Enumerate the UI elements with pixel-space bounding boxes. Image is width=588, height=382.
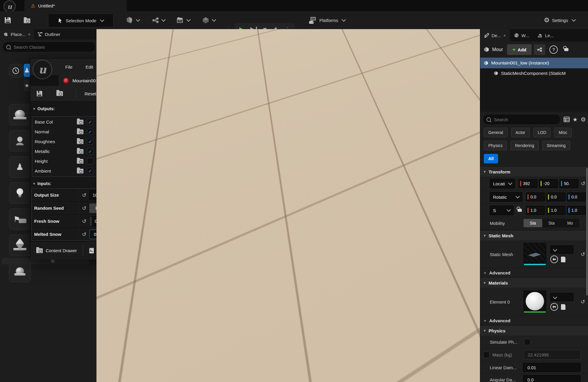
rotation-x-field[interactable]: 0.0 [526, 192, 545, 201]
cinematics-dropdown[interactable] [176, 14, 190, 27]
browse-output-icon[interactable] [77, 139, 83, 144]
edit-blueprint-button[interactable] [534, 44, 545, 55]
mobility-option-0[interactable]: Sta [524, 219, 542, 227]
filter-chip-actor[interactable]: Actor [511, 128, 530, 137]
category-gameplay-flag[interactable]: ⚑ [9, 209, 31, 230]
location-y-field[interactable]: -20 [539, 179, 558, 188]
section-transform[interactable]: ▾Transform [480, 166, 588, 177]
output-enabled-checkbox[interactable] [87, 158, 93, 164]
randomize-seed-button[interactable]: Randomize Seed [89, 203, 136, 213]
reset-icon[interactable]: ↺ [82, 231, 86, 238]
browse-output-icon[interactable] [77, 159, 83, 164]
basic-category-button[interactable]: ♟ [24, 64, 30, 77]
platforms-dropdown[interactable]: + o Platforms [309, 14, 345, 27]
mobility-option-2[interactable]: Mo [561, 219, 579, 227]
grid-snap-value[interactable]: 10 [367, 34, 378, 40]
reset-material-icon[interactable]: ↺ [581, 299, 585, 305]
materials-advanced[interactable]: ▸Advanced [480, 315, 588, 325]
add-component-button[interactable]: + Add [507, 44, 532, 55]
material-asset-dropdown[interactable] [550, 293, 573, 301]
filter-chip-physics[interactable]: Physics [484, 141, 507, 150]
browse-output-icon[interactable] [77, 120, 83, 124]
selection-mode-dropdown[interactable]: Selection Mode [48, 14, 113, 27]
display-settings-icon[interactable] [564, 117, 570, 122]
output-enabled-checkbox[interactable]: ✓ [87, 168, 93, 174]
filter-chip-streaming[interactable]: Streaming [542, 141, 570, 150]
filter-chip-all[interactable]: All [484, 154, 498, 163]
menu-item-edit[interactable]: Edit [79, 64, 100, 70]
melted-snow-field[interactable] [89, 230, 242, 239]
effects-category-button[interactable]: ★ [24, 80, 30, 91]
category-shapes-sphere[interactable] [9, 104, 31, 125]
content-drawer-button[interactable]: Content Drawer [30, 248, 83, 253]
platform-cook-dropdown[interactable] [202, 14, 215, 27]
reset-icon[interactable]: ↺ [82, 205, 86, 211]
category-volume-cube[interactable] [9, 235, 31, 256]
scale-snap-value[interactable]: 0.25 [420, 34, 434, 40]
location-type-dropdown[interactable]: Locati [490, 179, 515, 188]
filter-chip-misc[interactable]: Misc [554, 128, 572, 137]
mass-override-checkbox[interactable] [483, 352, 489, 358]
output-log-button[interactable]: Output Log [83, 248, 125, 254]
substance-instance-window[interactable]: FileEditAssetWindowToolsHelp – □ × u Mou… [30, 58, 252, 260]
random-seed-field[interactable] [138, 203, 242, 213]
rotation-type-dropdown[interactable]: Rotatic [490, 192, 522, 202]
section-physics[interactable]: ▾Physics [480, 325, 588, 336]
category-character-head[interactable] [9, 130, 31, 151]
scale-y-field[interactable]: 1.0 [546, 206, 565, 215]
close-button[interactable]: × [235, 64, 251, 70]
output-height-dropdown[interactable]: 1024 [143, 190, 190, 200]
actor-name-field[interactable]: Mour [492, 47, 505, 52]
scale-type-dropdown[interactable]: S [490, 206, 513, 215]
close-icon[interactable]: × [28, 32, 31, 37]
tab-levels[interactable]: Le... [533, 29, 558, 42]
settings-dropdown[interactable]: ⚙ Settings [544, 14, 575, 27]
surface-snapping-dropdown[interactable] [345, 33, 354, 42]
unreal-logo-icon[interactable]: u [4, 0, 16, 12]
tab-outliner[interactable]: Outliner [34, 29, 64, 40]
reset-icon[interactable]: ↺ [82, 218, 86, 225]
outputs-section-header[interactable]: ▾Outputs: [33, 106, 55, 111]
details-search-input[interactable]: Search [483, 114, 561, 125]
mass-field[interactable] [523, 350, 581, 359]
camera-speed-value[interactable]: 1 [450, 34, 458, 40]
dialog-scrollbar[interactable] [244, 166, 247, 239]
export-preset-button[interactable]: Export preset [105, 91, 157, 96]
browse-output-icon[interactable] [77, 169, 83, 173]
output-enabled-checkbox[interactable]: ✓ [87, 119, 93, 125]
browse-to-asset-icon[interactable] [561, 304, 565, 310]
angular-damping-field[interactable] [523, 375, 581, 382]
scale-snap-control[interactable]: ↗ 0.25 [411, 33, 434, 41]
add-actor-dropdown[interactable]: + [126, 14, 140, 27]
grid-snap-control[interactable]: 10 [357, 33, 378, 41]
section-materials[interactable]: ▾Materials [480, 277, 588, 288]
output-enabled-checkbox[interactable]: ✓ [87, 129, 93, 135]
favorites-star-icon[interactable]: ★ [573, 116, 578, 123]
static-mesh-asset-dropdown[interactable] [550, 245, 573, 254]
details-scrollbar[interactable] [586, 168, 588, 296]
simulate-physics-checkbox[interactable] [524, 339, 530, 345]
rotate-tool[interactable] [308, 33, 318, 41]
rotation-snap-value[interactable]: 10° [391, 34, 404, 40]
location-z-field[interactable]: 50. [560, 179, 579, 188]
quad-view-toggle[interactable] [462, 33, 471, 42]
blueprints-dropdown[interactable] [152, 14, 165, 27]
location-x-field[interactable]: 392 [519, 179, 538, 188]
lock-ratio-checkbox[interactable]: ✓ [198, 192, 204, 198]
project-tab[interactable]: ⚠ Untitled* [24, 0, 127, 11]
reset-location-icon[interactable]: ↺ [581, 180, 585, 187]
filter-chip-general[interactable]: General [484, 128, 508, 137]
scale-z-field[interactable]: 1.0 [567, 206, 586, 215]
browse-icon[interactable] [56, 91, 63, 96]
menu-item-tools[interactable]: Tools [153, 64, 176, 70]
close-icon[interactable]: × [124, 78, 126, 83]
close-icon[interactable]: × [503, 33, 506, 38]
static-mesh-thumbnail[interactable] [524, 243, 546, 266]
tab-world-settings[interactable]: W... [510, 29, 533, 42]
browse-content-icon[interactable] [24, 18, 30, 23]
reset-icon[interactable]: ↺ [82, 192, 86, 198]
cmd-dropdown[interactable]: Cmd [125, 248, 163, 253]
output-enabled-checkbox[interactable]: ✓ [87, 138, 93, 145]
reset-static-mesh-icon[interactable]: ↺ [581, 251, 585, 258]
rotation-z-field[interactable]: 0.0 [567, 192, 586, 201]
